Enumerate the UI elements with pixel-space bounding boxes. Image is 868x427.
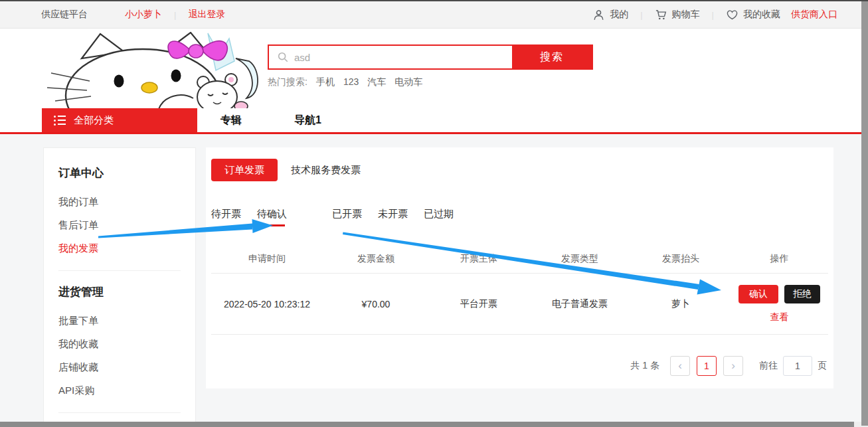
search-button[interactable]: 搜索 — [512, 46, 592, 68]
page-unit-label: 页 — [818, 360, 827, 372]
sidebar-item-shop-favorites[interactable]: 店铺收藏 — [58, 355, 181, 379]
prev-page-button[interactable]: ‹ — [670, 356, 690, 376]
tab-expired[interactable]: 已过期 — [424, 208, 454, 225]
my-account-link[interactable]: 我的 — [592, 9, 628, 21]
table-header: 申请时间 发票金额 开票主体 发票类型 发票抬头 操作 — [211, 244, 828, 274]
heart-icon — [726, 9, 738, 21]
pagination-total: 共 1 条 — [630, 360, 659, 372]
search-icon — [277, 51, 289, 63]
invoice-type-tabs: 订单发票 技术服务费发票 — [211, 158, 828, 182]
sidebar-item-api-purchase[interactable]: API采购 — [58, 379, 181, 402]
view-link[interactable]: 查看 — [770, 311, 789, 323]
sidebar-section-order-center: 订单中心 — [58, 165, 181, 181]
brand-title: 供应链平台 — [41, 9, 88, 21]
sidebar-divider — [58, 270, 181, 271]
tab-not-issued[interactable]: 未开票 — [378, 208, 408, 225]
sidebar: 订单中心 我的订单 售后订单 我的发票 进货管理 批量下单 我的收藏 店铺收藏 … — [43, 147, 196, 427]
cell-actions: 确认 拒绝 查看 — [731, 285, 828, 323]
logout-link[interactable]: 退出登录 — [188, 9, 225, 21]
horizontal-scrollbar-thumb[interactable] — [0, 422, 854, 427]
sidebar-section-purchase: 进货管理 — [58, 284, 181, 299]
all-categories-button[interactable]: 全部分类 — [42, 108, 197, 132]
invoice-panel: 订单发票 技术服务费发票 待开票 待确认 已开票 未开票 已过期 申请时间 发票… — [206, 147, 833, 388]
tab-pending-issue[interactable]: 待开票 — [211, 208, 241, 225]
invoice-status-tabs: 待开票 待确认 已开票 未开票 已过期 — [211, 208, 828, 225]
sidebar-item-my-invoices[interactable]: 我的发票 — [58, 236, 181, 260]
favorites-link[interactable]: 我的收藏 — [726, 9, 780, 21]
cart-link[interactable]: 购物车 — [655, 9, 700, 21]
goto-page-input[interactable] — [783, 356, 812, 376]
pagination: 共 1 条 ‹ 1 › 前往 页 — [211, 356, 828, 376]
tab-tech-service-invoice[interactable]: 技术服务费发票 — [291, 164, 361, 177]
nav-item-nav1[interactable]: 导航1 — [294, 108, 321, 132]
hot-search: 热门搜索: 手机 123 汽车 电动车 — [268, 76, 422, 88]
hot-search-label: 热门搜索: — [268, 76, 307, 88]
cart-icon — [655, 9, 667, 21]
hot-keyword[interactable]: 电动车 — [394, 76, 422, 88]
search-box: 搜索 — [268, 44, 593, 70]
tab-pending-confirm[interactable]: 待确认 — [257, 208, 287, 225]
main-nav: 全部分类 专辑 导航1 — [0, 108, 868, 132]
col-amount: 发票金额 — [323, 253, 429, 265]
sidebar-item-batch-order[interactable]: 批量下单 — [58, 309, 181, 332]
hot-keyword[interactable]: 汽车 — [367, 76, 386, 88]
col-issuer: 开票主体 — [429, 253, 529, 265]
table-row: 2022-05-20 10:23:12 ¥70.00 平台开票 电子普通发票 萝… — [211, 274, 828, 335]
search-input[interactable] — [294, 46, 512, 68]
sidebar-item-my-orders[interactable]: 我的订单 — [58, 190, 181, 213]
horizontal-scrollbar[interactable] — [0, 422, 861, 427]
sidebar-divider — [58, 412, 181, 413]
username-link[interactable]: 小小萝卜 — [125, 9, 162, 21]
cell-amount: ¥70.00 — [323, 299, 429, 309]
current-page-button[interactable]: 1 — [697, 356, 717, 376]
tab-order-invoice[interactable]: 订单发票 — [211, 159, 278, 181]
col-actions: 操作 — [731, 253, 828, 265]
col-invoice-title: 发票抬头 — [631, 253, 731, 265]
cell-issuer: 平台开票 — [429, 298, 529, 310]
content-area: 订单中心 我的订单 售后订单 我的发票 进货管理 批量下单 我的收藏 店铺收藏 … — [0, 134, 868, 427]
col-apply-time: 申请时间 — [211, 253, 323, 265]
category-list-icon — [54, 116, 66, 126]
sidebar-item-my-favorites[interactable]: 我的收藏 — [58, 332, 181, 355]
vertical-scrollbar-thumb[interactable] — [861, 1, 868, 426]
user-icon — [592, 9, 605, 21]
col-invoice-type: 发票类型 — [529, 253, 631, 265]
cell-invoice-title: 萝卜 — [631, 298, 731, 310]
hot-keyword[interactable]: 手机 — [316, 76, 335, 88]
cell-invoice-type: 电子普通发票 — [529, 298, 631, 310]
tab-issued[interactable]: 已开票 — [332, 208, 362, 225]
topbar: 供应链平台 小小萝卜 | 退出登录 我的 | 购物车 | — [0, 1, 868, 29]
cell-apply-time: 2022-05-20 10:23:12 — [211, 299, 323, 309]
nav-item-album[interactable]: 专辑 — [220, 108, 242, 132]
goto-label: 前往 — [759, 360, 778, 372]
confirm-button[interactable]: 确认 — [738, 285, 778, 303]
vertical-scrollbar[interactable] — [861, 0, 868, 427]
nav-divider — [0, 132, 868, 134]
next-page-button[interactable]: › — [723, 356, 743, 376]
reject-button[interactable]: 拒绝 — [784, 285, 820, 303]
logo-cat-image[interactable] — [42, 32, 260, 110]
hot-keyword[interactable]: 123 — [343, 76, 359, 88]
sidebar-item-aftersale-orders[interactable]: 售后订单 — [58, 213, 181, 236]
supplier-entry-link[interactable]: 供货商入口 — [791, 9, 837, 21]
